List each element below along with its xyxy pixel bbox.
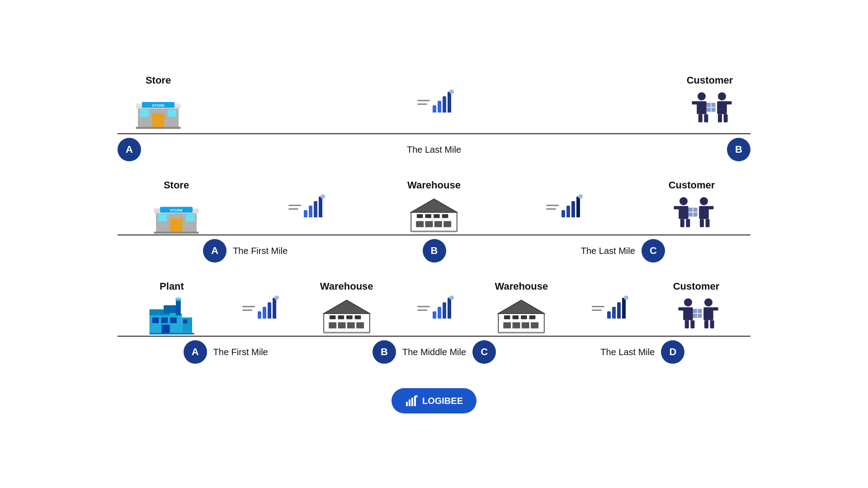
svg-rect-76 [329,322,336,328]
signal-dot [449,89,454,94]
sl-bottom2 [546,208,556,210]
icon-block-store2: Store STORE [136,179,217,235]
signal-lines-row1 [417,100,430,105]
signal-icon-row1 [417,92,451,113]
svg-rect-89 [513,322,520,328]
svg-rect-72 [330,315,336,319]
svg-point-18 [718,92,726,100]
svg-rect-104 [704,320,708,328]
svg-rect-45 [679,206,689,219]
b1 [561,210,565,217]
signal-bars-r3-2 [433,298,451,319]
svg-rect-28 [186,214,195,221]
sl-r3-2 [417,306,430,311]
svg-rect-85 [513,315,519,319]
row3-icons: Plant [118,281,750,336]
svg-rect-9 [136,127,181,129]
segment-label-row3-2: The Middle Mile [402,347,466,357]
svg-rect-91 [531,322,538,328]
store2-label: Store [164,179,189,191]
row-section-2: Store STORE [118,179,750,263]
svg-rect-73 [338,315,344,319]
svg-rect-47 [680,219,684,227]
sd [449,296,454,300]
plant-label: Plant [160,281,184,292]
svg-rect-79 [356,322,364,328]
segment-label-row3-1: The First Mile [213,347,268,357]
signal-icon-row2-1 [288,197,322,217]
slt2 [417,306,430,307]
svg-rect-27 [158,214,167,221]
warehouse1-label: Warehouse [407,179,461,191]
signal-icon-row3-2 [417,298,451,319]
svg-rect-40 [425,221,433,227]
svg-rect-26 [170,218,183,233]
plant-icon [147,295,197,336]
svg-rect-102 [703,307,713,320]
icon-block-warehouse2: Warehouse [306,281,387,336]
svg-rect-84 [504,315,510,319]
svg-rect-96 [685,320,689,328]
svg-rect-22 [724,114,728,122]
row1-labels: A The Last Mile B [118,133,750,161]
customer1-label: Customer [687,75,733,86]
row-section-3: Plant [118,281,750,364]
svg-rect-13 [698,114,703,122]
svg-rect-80 [324,332,370,333]
customer3-label: Customer [673,281,720,292]
svg-rect-64 [170,318,176,324]
label-group-row3-3: The Last Mile D [600,340,684,364]
svg-rect-108 [411,398,413,406]
b3 [571,201,575,217]
svg-rect-5 [140,109,149,117]
connector-row2-2 [475,197,651,217]
bar1 [433,105,436,113]
customer1-icon [685,89,735,130]
b2 [566,206,570,217]
connector-row1 [199,92,669,113]
slt3 [592,306,604,307]
bar3 [443,96,446,113]
svg-rect-88 [504,322,511,328]
svg-rect-59 [164,305,176,314]
signal-line-top [417,100,430,101]
b4 [448,298,451,319]
svg-rect-62 [152,318,159,324]
icon-block-customer3: Customer [656,281,737,336]
sd3 [624,296,628,300]
sl-top [288,205,301,206]
segment-label-row2-1: The First Mile [233,246,288,256]
icon-block-plant: Plant [131,281,212,336]
icon-block-customer1: Customer [669,75,750,130]
b3 [443,302,446,319]
b1 [304,210,307,217]
logibee-section: LOGIBEE [118,379,750,413]
connector-row3-3 [562,298,656,319]
svg-rect-94 [683,307,693,320]
signal-icon-row2-2 [546,197,580,217]
logibee-button[interactable]: LOGIBEE [392,388,476,413]
store1-icon: STORE [133,89,183,130]
svg-rect-42 [443,221,451,227]
b3 [617,302,621,319]
customer3-icon [671,295,721,336]
svg-rect-38 [442,214,448,218]
svg-rect-21 [718,114,722,122]
warehouse3-label: Warehouse [495,281,548,292]
row3-labels: A The First Mile B The Middle Mile C The… [118,336,750,364]
svg-rect-78 [347,322,355,328]
svg-rect-74 [346,315,353,319]
b2 [612,307,616,319]
store1-label: Store [146,75,171,86]
icon-block-customer2: Customer [651,179,732,235]
slb [242,310,252,311]
slb2 [417,310,427,311]
warehouse2-icon [322,295,372,336]
svg-text:STORE: STORE [152,103,165,108]
b2 [263,307,266,319]
svg-point-44 [679,197,688,205]
badge-D-row3: D [661,340,684,364]
svg-rect-107 [409,399,410,406]
svg-rect-56 [706,219,710,227]
signal-line-bottom [417,103,427,105]
